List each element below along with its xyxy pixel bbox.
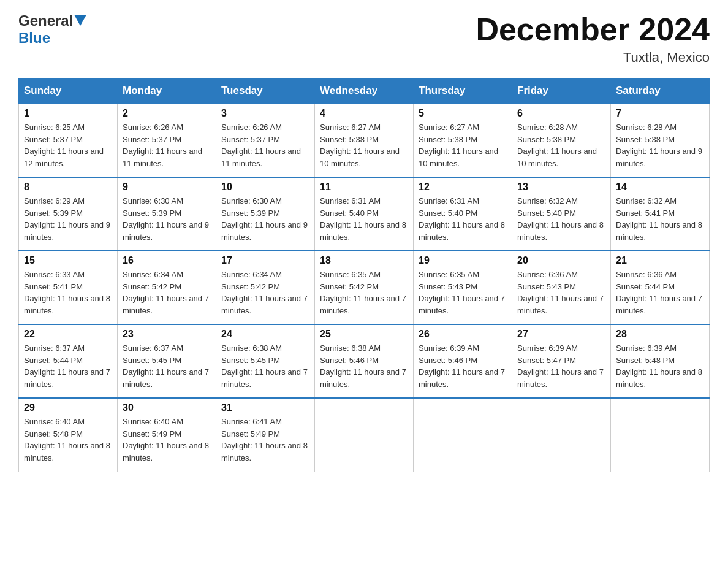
day-number: 17 — [221, 255, 309, 266]
calendar-cell: 29Sunrise: 6:40 AMSunset: 5:48 PMDayligh… — [19, 398, 118, 472]
calendar-cell: 9Sunrise: 6:30 AMSunset: 5:39 PMDaylight… — [118, 177, 216, 251]
week-row-2: 8Sunrise: 6:29 AMSunset: 5:39 PMDaylight… — [19, 177, 710, 251]
day-info: Sunrise: 6:30 AMSunset: 5:39 PMDaylight:… — [123, 195, 211, 243]
day-number: 31 — [221, 402, 309, 413]
day-number: 9 — [123, 182, 211, 193]
column-header-monday: Monday — [118, 79, 216, 104]
page-header: General Blue December 2024 Tuxtla, Mexic… — [18, 12, 710, 66]
day-number: 12 — [419, 182, 507, 193]
day-info: Sunrise: 6:29 AMSunset: 5:39 PMDaylight:… — [24, 195, 112, 243]
day-info: Sunrise: 6:31 AMSunset: 5:40 PMDaylight:… — [419, 195, 507, 243]
calendar-cell: 23Sunrise: 6:37 AMSunset: 5:45 PMDayligh… — [118, 324, 216, 398]
calendar-table: SundayMondayTuesdayWednesdayThursdayFrid… — [18, 78, 710, 472]
calendar-cell: 25Sunrise: 6:38 AMSunset: 5:46 PMDayligh… — [315, 324, 414, 398]
calendar-cell: 3Sunrise: 6:26 AMSunset: 5:37 PMDaylight… — [216, 104, 315, 177]
calendar-cell: 21Sunrise: 6:36 AMSunset: 5:44 PMDayligh… — [611, 251, 710, 324]
week-row-5: 29Sunrise: 6:40 AMSunset: 5:48 PMDayligh… — [19, 398, 710, 472]
day-number: 10 — [221, 182, 309, 193]
day-info: Sunrise: 6:40 AMSunset: 5:49 PMDaylight:… — [123, 416, 211, 464]
day-number: 25 — [320, 329, 408, 340]
calendar-cell — [611, 398, 710, 472]
day-number: 22 — [24, 329, 112, 340]
day-number: 18 — [320, 255, 408, 266]
calendar-cell: 5Sunrise: 6:27 AMSunset: 5:38 PMDaylight… — [414, 104, 512, 177]
day-number: 5 — [419, 108, 507, 119]
column-header-friday: Friday — [512, 79, 611, 104]
day-number: 14 — [616, 182, 704, 193]
calendar-cell: 26Sunrise: 6:39 AMSunset: 5:46 PMDayligh… — [414, 324, 512, 398]
week-row-1: 1Sunrise: 6:25 AMSunset: 5:37 PMDaylight… — [19, 104, 710, 177]
day-info: Sunrise: 6:35 AMSunset: 5:43 PMDaylight:… — [419, 269, 507, 316]
day-number: 20 — [517, 255, 605, 266]
day-number: 6 — [517, 108, 605, 119]
calendar-cell: 19Sunrise: 6:35 AMSunset: 5:43 PMDayligh… — [414, 251, 512, 324]
day-number: 30 — [123, 402, 211, 413]
day-info: Sunrise: 6:40 AMSunset: 5:48 PMDaylight:… — [24, 416, 112, 464]
day-info: Sunrise: 6:32 AMSunset: 5:40 PMDaylight:… — [517, 195, 605, 243]
calendar-cell: 2Sunrise: 6:26 AMSunset: 5:37 PMDaylight… — [118, 104, 216, 177]
day-number: 24 — [221, 329, 309, 340]
day-info: Sunrise: 6:27 AMSunset: 5:38 PMDaylight:… — [320, 121, 408, 169]
calendar-cell: 24Sunrise: 6:38 AMSunset: 5:45 PMDayligh… — [216, 324, 315, 398]
calendar-cell: 10Sunrise: 6:30 AMSunset: 5:39 PMDayligh… — [216, 177, 315, 251]
day-number: 23 — [123, 329, 211, 340]
day-info: Sunrise: 6:33 AMSunset: 5:41 PMDaylight:… — [24, 269, 112, 316]
day-info: Sunrise: 6:34 AMSunset: 5:42 PMDaylight:… — [123, 269, 211, 316]
logo-blue-text: Blue — [18, 29, 50, 47]
day-info: Sunrise: 6:30 AMSunset: 5:39 PMDaylight:… — [221, 195, 309, 243]
day-number: 11 — [320, 182, 408, 193]
calendar-cell: 14Sunrise: 6:32 AMSunset: 5:41 PMDayligh… — [611, 177, 710, 251]
day-number: 27 — [517, 329, 605, 340]
day-number: 7 — [616, 108, 704, 119]
calendar-cell: 28Sunrise: 6:39 AMSunset: 5:48 PMDayligh… — [611, 324, 710, 398]
day-info: Sunrise: 6:36 AMSunset: 5:43 PMDaylight:… — [517, 269, 605, 316]
day-number: 19 — [419, 255, 507, 266]
logo-general-text: General — [18, 12, 73, 29]
calendar-cell: 4Sunrise: 6:27 AMSunset: 5:38 PMDaylight… — [315, 104, 414, 177]
day-info: Sunrise: 6:25 AMSunset: 5:37 PMDaylight:… — [24, 121, 112, 169]
day-info: Sunrise: 6:27 AMSunset: 5:38 PMDaylight:… — [419, 121, 507, 169]
day-info: Sunrise: 6:26 AMSunset: 5:37 PMDaylight:… — [123, 121, 211, 169]
day-info: Sunrise: 6:31 AMSunset: 5:40 PMDaylight:… — [320, 195, 408, 243]
day-info: Sunrise: 6:28 AMSunset: 5:38 PMDaylight:… — [616, 121, 704, 169]
day-info: Sunrise: 6:41 AMSunset: 5:49 PMDaylight:… — [221, 416, 309, 464]
logo-triangle-icon — [74, 15, 86, 26]
calendar-cell: 8Sunrise: 6:29 AMSunset: 5:39 PMDaylight… — [19, 177, 118, 251]
calendar-cell: 31Sunrise: 6:41 AMSunset: 5:49 PMDayligh… — [216, 398, 315, 472]
day-info: Sunrise: 6:36 AMSunset: 5:44 PMDaylight:… — [616, 269, 704, 316]
day-info: Sunrise: 6:39 AMSunset: 5:48 PMDaylight:… — [616, 342, 704, 390]
day-info: Sunrise: 6:38 AMSunset: 5:46 PMDaylight:… — [320, 342, 408, 390]
day-info: Sunrise: 6:38 AMSunset: 5:45 PMDaylight:… — [221, 342, 309, 390]
column-header-tuesday: Tuesday — [216, 79, 315, 104]
day-info: Sunrise: 6:32 AMSunset: 5:41 PMDaylight:… — [616, 195, 704, 243]
day-number: 26 — [419, 329, 507, 340]
day-info: Sunrise: 6:39 AMSunset: 5:46 PMDaylight:… — [419, 342, 507, 390]
day-number: 13 — [517, 182, 605, 193]
calendar-cell: 1Sunrise: 6:25 AMSunset: 5:37 PMDaylight… — [19, 104, 118, 177]
calendar-cell: 17Sunrise: 6:34 AMSunset: 5:42 PMDayligh… — [216, 251, 315, 324]
day-number: 16 — [123, 255, 211, 266]
calendar-cell: 30Sunrise: 6:40 AMSunset: 5:49 PMDayligh… — [118, 398, 216, 472]
day-number: 21 — [616, 255, 704, 266]
day-info: Sunrise: 6:39 AMSunset: 5:47 PMDaylight:… — [517, 342, 605, 390]
calendar-cell: 27Sunrise: 6:39 AMSunset: 5:47 PMDayligh… — [512, 324, 611, 398]
day-number: 4 — [320, 108, 408, 119]
day-number: 3 — [221, 108, 309, 119]
month-title: December 2024 — [476, 12, 710, 47]
column-header-saturday: Saturday — [611, 79, 710, 104]
calendar-cell — [315, 398, 414, 472]
column-header-sunday: Sunday — [19, 79, 118, 104]
calendar-cell: 15Sunrise: 6:33 AMSunset: 5:41 PMDayligh… — [19, 251, 118, 324]
day-info: Sunrise: 6:28 AMSunset: 5:38 PMDaylight:… — [517, 121, 605, 169]
day-number: 29 — [24, 402, 112, 413]
day-info: Sunrise: 6:37 AMSunset: 5:44 PMDaylight:… — [24, 342, 112, 390]
calendar-cell: 16Sunrise: 6:34 AMSunset: 5:42 PMDayligh… — [118, 251, 216, 324]
calendar-cell: 22Sunrise: 6:37 AMSunset: 5:44 PMDayligh… — [19, 324, 118, 398]
calendar-cell — [414, 398, 512, 472]
logo: General Blue — [18, 12, 86, 47]
week-row-3: 15Sunrise: 6:33 AMSunset: 5:41 PMDayligh… — [19, 251, 710, 324]
day-number: 8 — [24, 182, 112, 193]
calendar-cell: 13Sunrise: 6:32 AMSunset: 5:40 PMDayligh… — [512, 177, 611, 251]
day-info: Sunrise: 6:34 AMSunset: 5:42 PMDaylight:… — [221, 269, 309, 316]
calendar-cell: 12Sunrise: 6:31 AMSunset: 5:40 PMDayligh… — [414, 177, 512, 251]
